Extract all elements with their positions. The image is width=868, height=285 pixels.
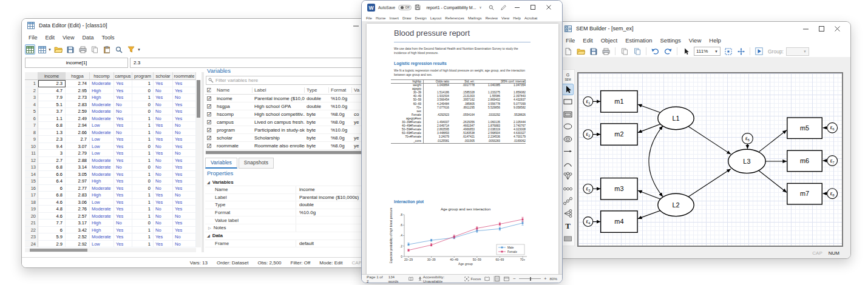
grid-cell[interactable]: Moderate <box>90 129 114 136</box>
grid-vertical-scrollbar[interactable] <box>196 80 201 247</box>
grid-cell[interactable]: Yes <box>114 199 132 206</box>
grid-cell[interactable]: Yes <box>173 199 196 206</box>
fit-to-window-button[interactable] <box>723 46 733 56</box>
variable-checkbox[interactable]: ✓ <box>207 144 211 148</box>
grid-cell[interactable]: 2.7 <box>66 136 90 143</box>
cell-reference-box[interactable]: income[1] <box>25 58 128 68</box>
grid-cell[interactable]: Yes <box>114 157 132 164</box>
sem-undo-button[interactable] <box>650 46 660 56</box>
ribbon-tab-design[interactable]: Design <box>415 16 426 20</box>
grid-cell[interactable]: No <box>154 101 173 109</box>
grid-cell[interactable]: Yes <box>114 80 132 87</box>
open-button[interactable] <box>53 44 64 55</box>
grid-cell[interactable]: 1 <box>132 129 154 136</box>
vars-col-header-name[interactable]: Name <box>215 87 253 93</box>
variable-row-income[interactable]: ✓incomeParental income ($10,00...double%… <box>205 95 382 102</box>
stata-menu-tools[interactable]: Tools <box>101 35 114 41</box>
grid-cell[interactable]: 1 <box>132 199 154 206</box>
variable-checkbox[interactable]: ✓ <box>207 96 211 101</box>
word-maximize-button[interactable] <box>525 2 541 13</box>
grid-cell[interactable]: 0 <box>132 220 154 227</box>
grid-cell[interactable]: 2.57 <box>66 213 90 220</box>
sem-pointer-button[interactable] <box>681 46 691 56</box>
grid-cell[interactable]: 2.49 <box>66 115 90 122</box>
grid-cell[interactable]: No <box>173 213 196 220</box>
read-mode-button[interactable] <box>484 276 490 282</box>
grid-cell[interactable]: Moderate <box>90 171 114 178</box>
grid-cell[interactable]: 5.9 <box>38 233 66 241</box>
property-row-notes[interactable]: Notes <box>205 224 382 232</box>
tool-area[interactable] <box>562 233 574 244</box>
grid-cell[interactable]: 3 <box>38 150 66 157</box>
grid-cell[interactable]: 4.6 <box>38 213 66 220</box>
property-row-frame[interactable]: Framedefault <box>205 240 382 248</box>
grid-cell[interactable]: Moderate <box>90 157 114 164</box>
grid-cell[interactable]: Low <box>90 241 114 248</box>
grid-cell[interactable]: 2.88 <box>66 157 90 164</box>
property-row-label[interactable]: LabelParental income ($10,000s) <box>205 194 382 202</box>
grid-cell[interactable]: 2.52 <box>66 233 90 241</box>
print-button[interactable] <box>78 44 88 55</box>
grid-cell[interactable]: High <box>90 87 114 95</box>
grid-cell[interactable]: Yes <box>173 227 196 234</box>
web-layout-button[interactable] <box>503 276 510 282</box>
copy-button[interactable] <box>90 44 100 55</box>
grid-cell[interactable]: 2.83 <box>66 192 90 199</box>
grid-cell[interactable]: 6.8 <box>38 122 66 129</box>
editor-mode-dropdown-caret[interactable]: ▼ <box>48 48 52 52</box>
tool-observed-variable[interactable] <box>562 96 574 107</box>
ribbon-tab-help[interactable]: Help <box>513 16 521 20</box>
ribbon-tab-file[interactable]: File <box>366 16 372 20</box>
data-editor-browse-button[interactable] <box>37 44 47 55</box>
proofing-icon[interactable] <box>409 277 413 281</box>
accessibility-status[interactable]: Accessibility: Unavailable <box>418 275 460 283</box>
vars-col-header-type[interactable]: Type <box>305 87 329 93</box>
grid-cell[interactable]: 2.74 <box>66 80 90 87</box>
grid-cell[interactable]: No <box>173 150 196 157</box>
stata-menu-view[interactable]: View <box>63 35 74 41</box>
grid-cell[interactable]: No <box>173 129 196 136</box>
ribbon-tab-acrobat[interactable]: Acrobat <box>524 16 537 20</box>
grid-cell[interactable]: 1 <box>132 171 154 178</box>
grid-cell[interactable]: No <box>114 101 132 109</box>
grid-cell[interactable]: Moderate <box>90 115 114 122</box>
grid-cell[interactable]: Low <box>90 136 114 143</box>
grid-cell[interactable]: Yes <box>154 233 173 241</box>
variable-row-roommate[interactable]: ✓roommateRoommate also enrolledbyte%8.0g… <box>205 142 382 150</box>
variable-row-scholar[interactable]: ✓scholarScholarshipbyte%8.0gye <box>205 134 382 142</box>
grid-cell[interactable]: Yes <box>114 192 132 199</box>
pan-button[interactable] <box>736 46 746 56</box>
tab-snapshots[interactable]: Snapshots <box>239 158 274 169</box>
sem-menu-edit[interactable]: Edit <box>583 37 592 44</box>
grid-cell[interactable]: Yes <box>173 178 196 185</box>
grid-cell[interactable]: Yes <box>114 171 132 178</box>
sem-minimize-button[interactable] <box>798 23 813 34</box>
grid-cell[interactable]: No <box>154 206 173 213</box>
grid-cell[interactable]: 3.42 <box>66 227 90 234</box>
tool-measurement-component[interactable] <box>562 170 574 182</box>
panel-splitter[interactable] <box>202 72 204 252</box>
grid-cell[interactable]: No <box>173 233 196 241</box>
property-row-type[interactable]: Typedouble <box>205 201 382 209</box>
sem-menu-help[interactable]: Help <box>709 37 721 44</box>
sem-covariance-arc[interactable] <box>649 126 663 196</box>
grid-cell[interactable]: No <box>154 143 173 150</box>
grid-cell[interactable]: 3.07 <box>66 143 90 150</box>
grid-cell[interactable]: 9.4 <box>38 143 66 150</box>
quick-save-icon[interactable] <box>415 4 421 10</box>
status-item-vars-13[interactable]: Vars: 13 <box>190 260 208 266</box>
grid-cell[interactable]: Yes <box>173 206 196 213</box>
grid-cell[interactable]: No <box>154 171 173 178</box>
stata-menu-data[interactable]: Data <box>82 35 93 41</box>
variables-hscroll-thumb[interactable] <box>206 151 376 154</box>
grid-cell[interactable]: 2.9 <box>38 241 66 248</box>
grid-cell[interactable]: High <box>90 94 114 101</box>
grid-col-header-income[interactable]: income <box>38 72 66 80</box>
grid-cell[interactable]: 6.8 <box>38 192 66 199</box>
variable-row-hsgpa[interactable]: ✓hsgpaHigh school GPAdouble%10.0g <box>205 102 382 110</box>
grid-cell[interactable]: No <box>173 241 196 248</box>
grid-cell[interactable]: 3.14 <box>66 164 90 171</box>
grid-col-header-roommate[interactable]: roommate <box>173 72 196 80</box>
search-icon[interactable] <box>489 5 494 10</box>
grid-cell[interactable]: Yes <box>173 87 196 95</box>
